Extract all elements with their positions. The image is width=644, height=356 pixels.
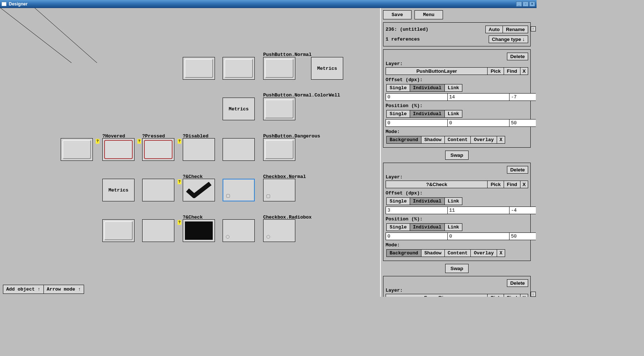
seg-individual[interactable]: Individual [410, 197, 445, 205]
scroll-down-button[interactable]: ↓ [531, 292, 536, 297]
save-button[interactable]: Save [383, 10, 412, 19]
svg-line-1 [18, 8, 110, 63]
delete-button[interactable]: Delete [507, 53, 528, 60]
minimize-button[interactable]: _ [516, 1, 522, 7]
position-input-0[interactable] [386, 119, 448, 127]
seg-background[interactable]: Background [386, 136, 421, 144]
layer-name[interactable]: FocusRing [386, 294, 488, 297]
seg-link[interactable]: Link [445, 110, 462, 118]
swap-button[interactable]: Swap [445, 151, 469, 160]
position-input-1[interactable] [448, 232, 509, 240]
swap-button[interactable]: Swap [445, 264, 469, 273]
x-button[interactable]: X [520, 294, 528, 297]
layer-name[interactable]: PushButtonLayer [386, 67, 488, 75]
seg-single[interactable]: Single [386, 223, 410, 231]
seg-link[interactable]: Link [445, 84, 462, 92]
position-input-2[interactable] [509, 232, 536, 240]
pick-button[interactable]: Pick [487, 294, 504, 297]
arrow-mode-button[interactable]: Arrow mode ↑ [44, 285, 84, 294]
tile[interactable] [263, 98, 295, 120]
x-button[interactable]: X [520, 181, 528, 188]
find-button[interactable]: Find [504, 67, 520, 75]
x-button[interactable]: X [497, 249, 505, 257]
tile-black[interactable] [183, 219, 215, 242]
tile-metrics[interactable]: Metrics [102, 179, 135, 201]
tile-selected[interactable] [223, 179, 255, 201]
maximize-button[interactable]: ▫ [523, 1, 529, 7]
offset-input-0[interactable] [386, 93, 448, 101]
mode-label: Mode: [386, 129, 400, 135]
seg-individual[interactable]: Individual [410, 223, 445, 231]
tile-pressed[interactable] [142, 138, 174, 161]
offset-mode-seg: Single Individual Link [386, 84, 462, 92]
layer-panel-1: Delete Layer: ?&Check Pick Find X Offset… [383, 163, 531, 261]
tile[interactable] [183, 57, 215, 80]
tile-metrics[interactable]: Metrics [223, 98, 255, 120]
tile[interactable] [142, 219, 174, 242]
find-button[interactable]: Find [504, 181, 520, 188]
tile[interactable] [223, 57, 255, 80]
seg-single[interactable]: Single [386, 84, 410, 92]
offset-input-1[interactable] [448, 93, 509, 101]
seg-single[interactable]: Single [386, 110, 410, 118]
offset-input-2[interactable] [509, 93, 536, 101]
checkbox-icon [226, 194, 230, 198]
tile[interactable] [223, 138, 255, 161]
connection-lines [0, 8, 110, 63]
tile[interactable] [263, 219, 295, 242]
design-canvas[interactable]: PushButton.Normal Metrics PushButton.Nor… [0, 8, 381, 297]
offset-input-2[interactable] [509, 207, 536, 214]
x-button[interactable]: X [497, 136, 505, 144]
tile-metrics[interactable]: Metrics [311, 57, 343, 80]
auto-button[interactable]: Auto [485, 26, 503, 33]
find-button[interactable]: Find [504, 294, 520, 297]
seg-individual[interactable]: Individual [410, 110, 445, 118]
tile-disabled[interactable] [183, 138, 215, 161]
close-button[interactable]: × [529, 1, 535, 7]
layer-label: Layer: [386, 288, 403, 293]
layer-name[interactable]: ?&Check [386, 181, 488, 188]
offset-input-1[interactable] [448, 207, 509, 214]
menu-button[interactable]: Menu [414, 10, 443, 19]
position-label: Position (%): [386, 216, 423, 222]
seg-background[interactable]: Background [386, 249, 421, 257]
seg-link[interactable]: Link [445, 197, 462, 205]
seg-shadow[interactable]: Shadow [421, 249, 445, 257]
tile[interactable] [223, 219, 255, 242]
delete-button[interactable]: Delete [507, 279, 528, 287]
seg-link[interactable]: Link [445, 223, 462, 231]
tile[interactable] [142, 179, 174, 201]
x-button[interactable]: X [520, 67, 528, 75]
rename-button[interactable]: Rename [503, 26, 528, 33]
radio-icon [266, 235, 270, 239]
pick-button[interactable]: Pick [487, 67, 504, 75]
tile[interactable] [61, 138, 93, 161]
seg-content[interactable]: Content [445, 136, 471, 144]
tile[interactable] [263, 179, 295, 201]
seg-individual[interactable]: Individual [410, 84, 445, 92]
tile[interactable] [263, 57, 295, 80]
position-input-1[interactable] [448, 119, 509, 127]
tile[interactable] [263, 138, 295, 161]
pick-button[interactable]: Pick [487, 181, 504, 188]
seg-content[interactable]: Content [445, 249, 471, 257]
tile[interactable] [102, 219, 135, 242]
position-mode-seg: Single Individual Link [386, 110, 462, 118]
tile-hovered[interactable] [102, 138, 135, 161]
offset-input-0[interactable] [386, 207, 448, 214]
offset-label: Offset (dpx): [386, 77, 423, 83]
change-type-button[interactable]: Change type ↓ [489, 35, 528, 43]
position-input-2[interactable] [509, 119, 536, 127]
seg-overlay[interactable]: Overlay [471, 249, 497, 257]
scroll-up-button[interactable]: ↑ [531, 26, 536, 31]
label-pushbutton-colorwell: PushButton.Normal.ColorWell [263, 92, 340, 98]
tile-checkmark[interactable] [183, 179, 215, 201]
seg-shadow[interactable]: Shadow [421, 136, 445, 144]
window-title: Designer [9, 1, 27, 7]
render-mode-seg: Background Shadow Content Overlay X [386, 136, 505, 144]
seg-single[interactable]: Single [386, 197, 410, 205]
delete-button[interactable]: Delete [507, 166, 528, 174]
seg-overlay[interactable]: Overlay [471, 136, 497, 144]
position-input-0[interactable] [386, 232, 448, 240]
add-object-button[interactable]: Add object ↑ [3, 285, 44, 294]
